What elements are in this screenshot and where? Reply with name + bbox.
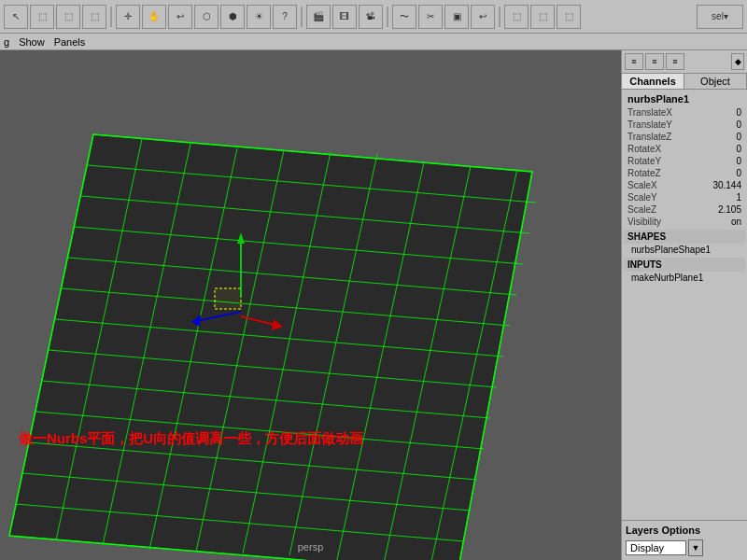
tool-help[interactable]: ?	[273, 5, 297, 29]
node-name: nurbsPlane1	[624, 91, 745, 106]
attr-translatez-value[interactable]: 0	[736, 132, 741, 142]
menu-show[interactable]: Show	[19, 36, 45, 48]
attr-scaley-label: ScaleY	[627, 192, 657, 203]
attr-rotatex-value[interactable]: 0	[736, 144, 741, 154]
tool-film2[interactable]: 🎞	[332, 5, 357, 29]
attr-rotatex-label: RotateX	[627, 144, 661, 154]
inputs-title: INPUTS	[624, 258, 745, 272]
attr-scalez: ScaleZ 2.105	[624, 203, 745, 216]
tool-box3[interactable]: ⬚	[82, 5, 106, 29]
inputs-item[interactable]: makeNurbPlane1	[624, 272, 745, 284]
tab-channels[interactable]: Channels	[622, 74, 684, 89]
panel-icon-extra[interactable]: ◆	[731, 53, 744, 70]
attr-rotatez-value[interactable]: 0	[736, 168, 741, 178]
attr-translatey-label: TranslateY	[627, 119, 672, 130]
annotation-text: 做一Nurbs平面，把U向的值调高一些，方便后面做动画	[19, 430, 363, 448]
3d-canvas: 做一Nurbs平面，把U向的值调高一些，方便后面做动画 persp	[0, 50, 621, 560]
attr-visibility: Visibility on	[624, 216, 745, 228]
panel-icon-3[interactable]: ≡	[666, 53, 684, 70]
tool-rotate[interactable]: ↩	[168, 5, 192, 29]
attr-scalex-label: ScaleX	[627, 180, 657, 190]
attr-rotatey-label: RotateY	[627, 156, 661, 166]
attr-translatey: TranslateY 0	[624, 119, 745, 131]
nurbs-plane-group	[9, 134, 536, 560]
channels-object-tabs: Channels Object	[622, 74, 747, 90]
tool-back[interactable]: ↩	[471, 5, 495, 29]
tool-light[interactable]: ☀	[247, 5, 271, 29]
attr-translatex: TranslateX 0	[624, 106, 745, 119]
attr-scaley-value[interactable]: 1	[736, 192, 741, 203]
attr-scalex-value[interactable]: 30.144	[712, 180, 741, 190]
tool-box1[interactable]: ⬚	[30, 5, 54, 29]
tool-select[interactable]: ↖	[4, 5, 28, 29]
shapes-title: SHAPES	[624, 230, 745, 244]
viewport-label: persp	[298, 541, 324, 553]
select-mode-btn[interactable]: sel▾	[697, 5, 743, 29]
layers-dropdown: Display ▼	[626, 539, 743, 556]
attr-translatex-label: TranslateX	[627, 107, 672, 118]
attr-translatez-label: TranslateZ	[627, 132, 671, 142]
menubar: g Show Panels	[0, 34, 747, 50]
layers-options-title: Layers Options	[626, 525, 743, 536]
sep1	[110, 7, 112, 27]
attr-visibility-value[interactable]: on	[731, 217, 741, 227]
attr-scalez-value[interactable]: 2.105	[718, 204, 741, 215]
tool-shape1[interactable]: ⬡	[194, 5, 218, 29]
sep2	[301, 7, 303, 27]
svg-marker-1	[9, 134, 532, 560]
tool-extra1[interactable]: ⬚	[504, 5, 529, 29]
tool-hand[interactable]: ✋	[142, 5, 166, 29]
layers-dropdown-value[interactable]: Display	[626, 540, 686, 555]
attr-scalez-label: ScaleZ	[627, 204, 656, 215]
attr-translatey-value[interactable]: 0	[736, 119, 741, 130]
attributes-panel: nurbsPlane1 TranslateX 0 TranslateY 0 Tr…	[622, 90, 747, 520]
sep4	[499, 7, 500, 27]
sep3	[387, 7, 388, 27]
attr-visibility-label: Visibility	[627, 217, 661, 227]
attr-rotatex: RotateX 0	[624, 143, 745, 155]
attr-scaley: ScaleY 1	[624, 191, 745, 203]
layers-section: Layers Options Display ▼	[622, 520, 747, 560]
tool-cut[interactable]: ✂	[418, 5, 443, 29]
viewport[interactable]: 做一Nurbs平面，把U向的值调高一些，方便后面做动画 persp	[0, 50, 621, 560]
tool-box2[interactable]: ⬚	[56, 5, 80, 29]
tool-film1[interactable]: 🎬	[306, 5, 331, 29]
tool-film3[interactable]: 📽	[359, 5, 383, 29]
menu-g[interactable]: g	[4, 36, 9, 48]
shapes-item[interactable]: nurbsPlaneShape1	[624, 244, 745, 256]
tool-extra3[interactable]: ⬚	[557, 5, 581, 29]
menu-panels[interactable]: Panels	[54, 36, 86, 48]
layers-dropdown-arrow[interactable]: ▼	[688, 539, 703, 556]
attr-translatez: TranslateZ 0	[624, 131, 745, 143]
tool-move[interactable]: ✛	[116, 5, 140, 29]
panel-icon-1[interactable]: ≡	[625, 53, 643, 70]
svg-rect-27	[215, 288, 241, 309]
tool-shape2[interactable]: ⬢	[220, 5, 245, 29]
panel-top-icons: ≡ ≡ ≡ ◆	[622, 50, 747, 74]
toolbar: ↖ ⬚ ⬚ ⬚ ✛ ✋ ↩ ⬡ ⬢ ☀ ? 🎬 🎞 📽 〜 ✂ ▣ ↩ ⬚ ⬚ …	[0, 0, 747, 34]
attr-rotatey-value[interactable]: 0	[736, 156, 741, 166]
attr-translatex-value[interactable]: 0	[736, 107, 741, 118]
attr-rotatey: RotateY 0	[624, 155, 745, 167]
panel-icon-2[interactable]: ≡	[645, 53, 664, 70]
nurbs-plane-svg	[0, 50, 621, 560]
tab-object[interactable]: Object	[684, 74, 747, 89]
right-panel: ≡ ≡ ≡ ◆ Channels Object nurbsPlane1 Tran…	[621, 50, 747, 560]
attr-rotatez-label: RotateZ	[627, 168, 661, 178]
attr-scalex: ScaleX 30.144	[624, 179, 745, 191]
attr-rotatez: RotateZ 0	[624, 167, 745, 179]
tool-surface[interactable]: ▣	[444, 5, 469, 29]
tool-extra2[interactable]: ⬚	[530, 5, 555, 29]
tool-curve[interactable]: 〜	[392, 5, 416, 29]
main-layout: 做一Nurbs平面，把U向的值调高一些，方便后面做动画 persp ≡ ≡ ≡ …	[0, 50, 747, 560]
